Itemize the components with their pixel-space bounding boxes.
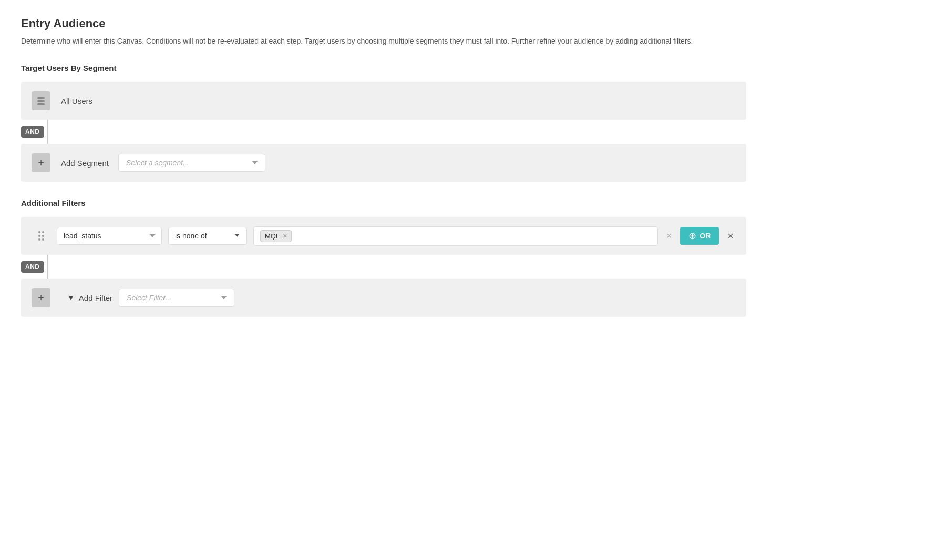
filter-value-input[interactable]: MQL ×	[253, 226, 658, 246]
funnel-icon: ▼	[67, 294, 75, 302]
target-users-section: Target Users By Segment All Users AND + …	[21, 64, 904, 182]
segment-select-dropdown[interactable]: Select a segment...	[118, 154, 265, 172]
filter-tag-mql: MQL ×	[260, 230, 292, 242]
filter-delete-button[interactable]: ×	[725, 228, 736, 244]
target-users-title: Target Users By Segment	[21, 64, 904, 72]
filter-drag-handle[interactable]	[32, 226, 50, 245]
add-filter-plus-button[interactable]: +	[32, 288, 50, 307]
add-filter-placeholder: Select Filter...	[127, 294, 171, 302]
add-segment-plus-button[interactable]: +	[32, 153, 50, 172]
add-filter-label: ▼ Add Filter	[67, 294, 112, 303]
segment-and-connector: AND	[21, 120, 746, 144]
additional-filters-title: Additional Filters	[21, 199, 904, 208]
filter-tag-mql-remove[interactable]: ×	[283, 232, 287, 240]
additional-filters-section: Additional Filters lead_status is none o…	[21, 199, 904, 317]
svg-marker-0	[234, 234, 240, 237]
add-filter-chevron-icon	[221, 296, 227, 299]
or-button-plus-icon: ⊕	[688, 231, 696, 241]
add-filter-dropdown[interactable]: Select Filter...	[119, 289, 234, 307]
all-users-row: All Users	[21, 82, 746, 120]
or-button[interactable]: ⊕ OR	[680, 227, 719, 245]
segment-select-chevron-icon	[252, 161, 258, 164]
filter-condition-chevron-icon	[234, 232, 240, 238]
filter-field-chevron-icon	[150, 234, 155, 237]
add-filter-text: Add Filter	[79, 294, 112, 303]
filter-and-connector: AND	[21, 255, 746, 279]
all-users-drag-handle[interactable]	[32, 91, 50, 110]
add-filter-row: + ▼ Add Filter Select Filter...	[21, 279, 746, 317]
filter-and-badge: AND	[21, 261, 44, 273]
all-users-label: All Users	[61, 97, 92, 106]
filter-condition-value: is none of	[175, 232, 207, 240]
add-segment-label: Add Segment	[61, 159, 109, 168]
add-segment-row: + Add Segment Select a segment...	[21, 144, 746, 182]
filter-field-value: lead_status	[64, 232, 101, 240]
page-description: Determine who will enter this Canvas. Co…	[21, 36, 704, 47]
filter-row: lead_status is none of MQL × × ⊕ OR	[21, 217, 746, 255]
segment-and-badge: AND	[21, 126, 44, 138]
filter-condition-dropdown[interactable]: is none of	[168, 227, 247, 245]
page-title: Entry Audience	[21, 17, 904, 30]
filter-tag-mql-text: MQL	[265, 232, 280, 240]
segment-select-placeholder: Select a segment...	[126, 159, 189, 167]
or-button-label: OR	[700, 232, 711, 240]
filter-field-dropdown[interactable]: lead_status	[57, 227, 162, 245]
filter-clear-button[interactable]: ×	[664, 229, 674, 244]
